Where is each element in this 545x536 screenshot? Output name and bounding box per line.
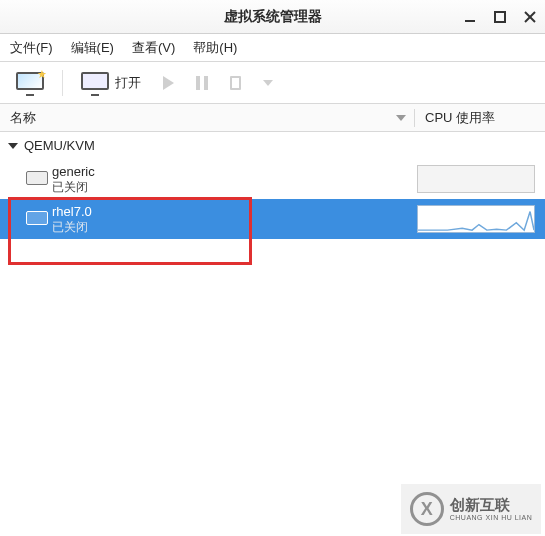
vm-icon <box>22 171 52 187</box>
open-vm-icon <box>81 72 109 94</box>
vm-name: generic <box>52 164 417 180</box>
window-title: 虚拟系统管理器 <box>224 8 322 26</box>
vm-icon <box>22 211 52 227</box>
cpu-usage-cell <box>417 205 535 233</box>
column-header-cpu[interactable]: CPU 使用率 <box>415 109 545 127</box>
menu-view[interactable]: 查看(V) <box>132 39 175 57</box>
run-button[interactable] <box>157 72 180 94</box>
menu-edit[interactable]: 编辑(E) <box>71 39 114 57</box>
open-vm-label: 打开 <box>115 74 141 92</box>
vm-row-rhel7[interactable]: rhel7.0 已关闭 <box>0 199 545 239</box>
menu-help[interactable]: 帮助(H) <box>193 39 237 57</box>
minimize-button[interactable] <box>461 8 479 26</box>
connection-label: QEMU/KVM <box>24 138 95 153</box>
chevron-down-icon <box>263 80 273 86</box>
column-headers: 名称 CPU 使用率 <box>0 104 545 132</box>
maximize-icon <box>494 11 506 23</box>
new-vm-icon <box>16 72 44 94</box>
vm-tree: QEMU/KVM generic 已关闭 rhel7.0 已关闭 <box>0 132 545 239</box>
shutdown-menu-button[interactable] <box>257 76 279 90</box>
watermark-logo-icon: X <box>410 492 444 526</box>
pause-icon <box>196 76 208 90</box>
minimize-icon <box>464 11 476 23</box>
expand-icon <box>8 143 18 149</box>
toolbar: 打开 <box>0 62 545 104</box>
open-vm-button[interactable]: 打开 <box>75 68 147 98</box>
vm-row-generic[interactable]: generic 已关闭 <box>0 159 545 199</box>
watermark-text: 创新互联 CHUANG XIN HU LIAN <box>450 496 533 522</box>
title-bar: 虚拟系统管理器 <box>0 0 545 34</box>
menu-bar: 文件(F) 编辑(E) 查看(V) 帮助(H) <box>0 34 545 62</box>
vm-text: rhel7.0 已关闭 <box>52 204 417 234</box>
shutdown-button[interactable] <box>224 72 247 94</box>
new-vm-button[interactable] <box>10 68 50 98</box>
menu-file[interactable]: 文件(F) <box>10 39 53 57</box>
column-cpu-label: CPU 使用率 <box>425 110 495 125</box>
shutdown-icon <box>230 76 241 90</box>
vm-text: generic 已关闭 <box>52 164 417 194</box>
cpu-sparkline <box>418 206 534 232</box>
vm-name: rhel7.0 <box>52 204 417 220</box>
watermark-sub: CHUANG XIN HU LIAN <box>450 514 533 522</box>
maximize-button[interactable] <box>491 8 509 26</box>
close-button[interactable] <box>521 8 539 26</box>
watermark: X 创新互联 CHUANG XIN HU LIAN <box>401 484 541 534</box>
vm-status: 已关闭 <box>52 220 417 234</box>
sort-indicator-icon <box>396 115 406 121</box>
watermark-brand: 创新互联 <box>450 496 533 514</box>
cpu-usage-cell <box>417 165 535 193</box>
vm-status: 已关闭 <box>52 180 417 194</box>
svg-rect-1 <box>495 12 505 22</box>
column-name-label: 名称 <box>10 109 36 127</box>
window-controls <box>461 0 539 33</box>
close-icon <box>524 11 536 23</box>
svg-rect-0 <box>465 20 475 22</box>
connection-row-qemu[interactable]: QEMU/KVM <box>0 132 545 159</box>
pause-button[interactable] <box>190 72 214 94</box>
toolbar-separator <box>62 70 63 96</box>
play-icon <box>163 76 174 90</box>
column-header-name[interactable]: 名称 <box>0 109 415 127</box>
